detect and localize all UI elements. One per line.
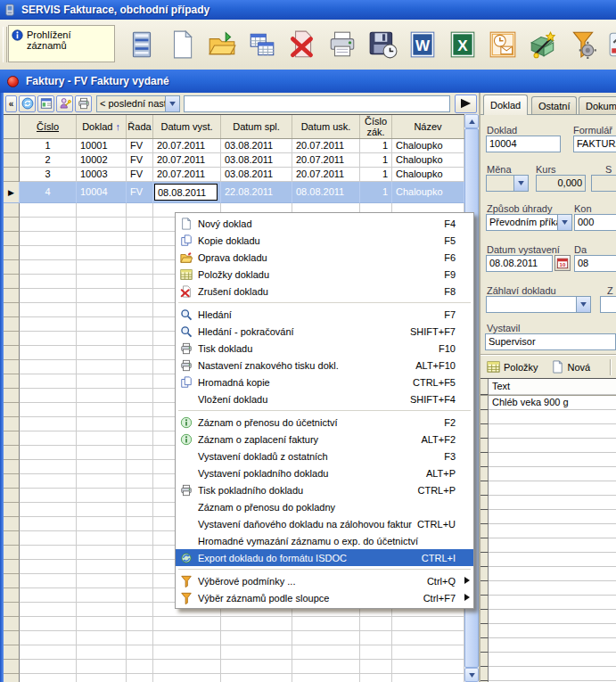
- table-cell[interactable]: [127, 403, 153, 417]
- context-menu-item[interactable]: Vložení dokladuSHIFT+F4: [176, 390, 473, 407]
- table-cell[interactable]: [292, 617, 360, 631]
- table-cell[interactable]: 20.07.2011: [153, 139, 221, 153]
- table-cell[interactable]: [360, 617, 392, 631]
- mena-dropdown[interactable]: [486, 175, 529, 192]
- context-menu-item[interactable]: Vystavení pokladního dokladuALT+P: [176, 464, 473, 481]
- table-cell[interactable]: [360, 674, 392, 682]
- context-menu-item[interactable]: Výběrové podmínky ...Ctrl+Q: [176, 572, 473, 589]
- table-cell[interactable]: [77, 517, 127, 531]
- context-menu-item[interactable]: Hromadné vymazání záznamu o exp. do účet…: [176, 532, 473, 549]
- context-menu-item[interactable]: Vystavení dokladů z ostatníchF3: [176, 448, 473, 464]
- items-cell[interactable]: Chléb veka 900 g: [489, 396, 616, 410]
- table-cell[interactable]: [360, 645, 392, 660]
- go-button[interactable]: [455, 94, 477, 113]
- items-row-empty[interactable]: [480, 567, 616, 581]
- table-cell-editing[interactable]: 08.08.2011: [153, 182, 221, 203]
- table-cell[interactable]: 20.07.2011: [153, 168, 221, 182]
- column-header-3[interactable]: Datum vyst.: [153, 115, 221, 138]
- table-row-empty[interactable]: [4, 674, 464, 682]
- table-cell[interactable]: [77, 560, 127, 574]
- table-cell[interactable]: [20, 360, 77, 374]
- table-cell[interactable]: 10003: [77, 168, 127, 182]
- table-cell[interactable]: 10004: [77, 182, 127, 203]
- table-cell[interactable]: 4: [20, 182, 77, 203]
- items-row-empty[interactable]: [480, 581, 616, 596]
- chevron-down-icon[interactable]: [513, 176, 528, 191]
- table-cell[interactable]: [153, 674, 221, 682]
- table-cell[interactable]: [127, 317, 153, 332]
- vystavil-field[interactable]: Supervisor: [485, 333, 616, 350]
- items-cell[interactable]: [489, 481, 616, 496]
- table-cell[interactable]: [77, 588, 127, 603]
- table-cell[interactable]: [20, 246, 77, 260]
- delete-document-toolbar-button[interactable]: [285, 28, 319, 62]
- table-cell[interactable]: [153, 617, 221, 631]
- context-menu-item[interactable]: Kopie dokladuF5: [176, 232, 473, 249]
- print-nav-button[interactable]: [75, 95, 92, 112]
- context-menu-item[interactable]: Položky dokladuF9: [176, 266, 473, 283]
- table-cell[interactable]: [127, 246, 153, 260]
- items-cell[interactable]: [489, 567, 616, 581]
- tab-ostatni[interactable]: Ostatní: [531, 96, 577, 114]
- table-cell[interactable]: [20, 218, 77, 232]
- table-cell[interactable]: [20, 374, 77, 389]
- items-label[interactable]: Položky: [504, 362, 538, 373]
- table-cell[interactable]: [127, 446, 153, 460]
- table-cell[interactable]: [20, 317, 77, 332]
- table-cell[interactable]: 20.07.2011: [292, 168, 360, 182]
- items-row-empty[interactable]: [480, 424, 616, 439]
- table-cell[interactable]: [20, 517, 77, 531]
- table-cell[interactable]: [127, 560, 153, 574]
- table-cell[interactable]: 03.08.2011: [221, 139, 292, 153]
- table-cell[interactable]: 22.08.2011: [221, 182, 292, 203]
- items-cell[interactable]: [489, 638, 616, 653]
- table-cell[interactable]: [77, 503, 127, 517]
- column-header-6[interactable]: Číslo zák.: [360, 115, 392, 138]
- table-cell[interactable]: [127, 574, 153, 588]
- kon-field[interactable]: 000: [574, 214, 616, 231]
- clipped-tool-toolbar-button[interactable]: [606, 28, 616, 62]
- table-cell[interactable]: [20, 574, 77, 588]
- table-cell[interactable]: [20, 232, 77, 246]
- table-cell[interactable]: [77, 474, 127, 489]
- table-cell[interactable]: [127, 489, 153, 503]
- table-cell[interactable]: [20, 617, 77, 631]
- table-cell[interactable]: [20, 303, 77, 317]
- table-cell[interactable]: [77, 403, 127, 417]
- table-cell[interactable]: [221, 645, 292, 660]
- table-cell[interactable]: [77, 645, 127, 660]
- items-row-empty[interactable]: [480, 510, 616, 524]
- table-cell[interactable]: [20, 674, 77, 682]
- table-cell[interactable]: [77, 531, 127, 546]
- table-cell[interactable]: [77, 460, 127, 474]
- excel-toolbar-button[interactable]: X: [446, 28, 480, 62]
- tab-doklad[interactable]: Doklad: [483, 94, 528, 115]
- calendar-button[interactable]: 10: [554, 255, 571, 271]
- table-cell[interactable]: [127, 546, 153, 560]
- scroll-up-button[interactable]: [464, 114, 479, 128]
- table-cell[interactable]: [127, 218, 153, 232]
- wizard-toolbar-button[interactable]: [526, 28, 560, 62]
- table-row-empty[interactable]: [4, 645, 464, 660]
- table-cell[interactable]: 10001: [77, 139, 127, 153]
- table-cell[interactable]: Chaloupko: [392, 139, 464, 153]
- table-cell[interactable]: [20, 260, 77, 275]
- items-row-empty[interactable]: [480, 596, 616, 610]
- table-cell[interactable]: [127, 474, 153, 489]
- table-cell[interactable]: [127, 332, 153, 346]
- table-cell[interactable]: [77, 275, 127, 289]
- table-cell[interactable]: [77, 674, 127, 682]
- items-row-empty[interactable]: [480, 481, 616, 496]
- context-menu-item[interactable]: Záznam o přenosu do účetnictvíF2: [176, 414, 473, 431]
- chevron-down-icon[interactable]: [557, 215, 571, 230]
- table-cell[interactable]: [20, 546, 77, 560]
- save-disk-toolbar-button[interactable]: [365, 28, 399, 62]
- refresh-nav-button[interactable]: [19, 95, 36, 112]
- table-cell[interactable]: [20, 332, 77, 346]
- table-cell[interactable]: [20, 203, 77, 218]
- table-cell[interactable]: [127, 417, 153, 431]
- context-menu-item[interactable]: Vystavení daňového dokladu na zálohovou …: [176, 515, 473, 532]
- table-cell[interactable]: Chaloupko: [392, 153, 464, 168]
- items-row-empty[interactable]: [480, 667, 616, 681]
- context-menu-item[interactable]: Nastavení znakového tisku dokl.ALT+F10: [176, 357, 473, 374]
